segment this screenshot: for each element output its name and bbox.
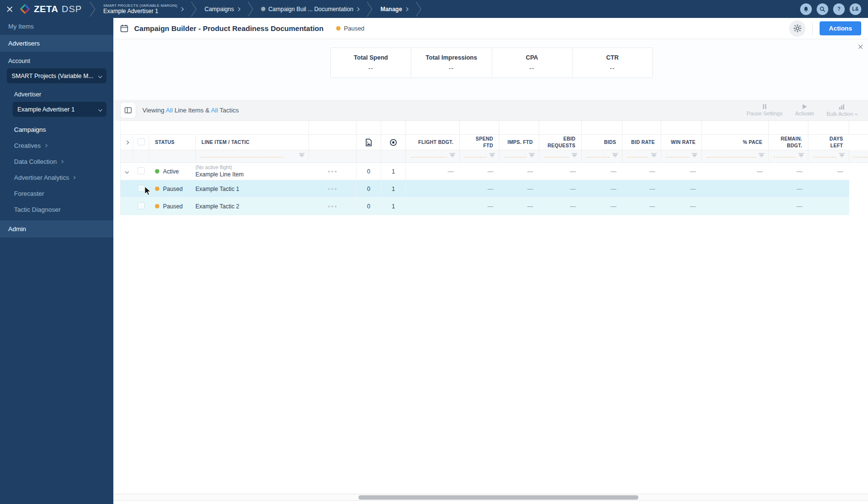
avatar[interactable]: L&	[850, 3, 861, 15]
creatives-column-header[interactable]	[356, 135, 381, 150]
filter-icon[interactable]	[651, 153, 657, 158]
bulk-action-button[interactable]: Bulk Action	[827, 104, 857, 117]
breadcrumb-campaign[interactable]: Campaign Buil ... Documentation	[254, 0, 366, 18]
breadcrumb-account[interactable]: SMART PROJECTS (VARIABLE MARGIN) Example…	[96, 0, 190, 18]
row-checkbox[interactable]	[138, 202, 145, 209]
filter-icon[interactable]	[299, 153, 305, 158]
pause-settings-button[interactable]: Pause Settings	[746, 104, 782, 116]
status-column-header[interactable]: STATUS	[149, 135, 196, 150]
notifications-button[interactable]	[800, 3, 812, 15]
viewing-summary: Viewing All Line Items & All Tactics	[142, 107, 239, 114]
search-button[interactable]	[817, 3, 828, 15]
paused-status-dot	[155, 187, 159, 191]
close-icon[interactable]	[0, 6, 19, 13]
filter-icon[interactable]	[798, 153, 804, 158]
sidebar-item-my-items[interactable]: My Items	[0, 18, 113, 35]
row-checkbox[interactable]	[138, 185, 145, 192]
actions-button[interactable]: Actions	[820, 21, 861, 35]
filter-input[interactable]	[544, 153, 569, 158]
filter-icon[interactable]	[759, 153, 764, 158]
collapse-row-button[interactable]	[121, 170, 133, 173]
line-item-name[interactable]: Example Line Item	[196, 171, 309, 179]
zeta-dsp-logo[interactable]: ZETA DSP	[19, 3, 82, 15]
filter-input[interactable]	[504, 153, 526, 158]
pause-settings-label: Pause Settings	[746, 110, 782, 116]
breadcrumb-manage[interactable]: Manage	[373, 0, 415, 18]
filter-input[interactable]	[813, 153, 836, 158]
filter-icon[interactable]	[612, 153, 618, 158]
table-row-tactic-2[interactable]: Paused Example Tactic 2 0 1 — — — — — — …	[121, 198, 868, 215]
sidebar-item-tactic-diagnoser[interactable]: Tactic Diagnoser	[0, 202, 113, 218]
select-all-checkbox[interactable]	[138, 138, 145, 145]
sidebar-item-advertiser-analytics[interactable]: Advertiser Analytics	[0, 170, 113, 186]
line-item-column-header[interactable]: LINE ITEM / TACTIC	[196, 135, 309, 150]
filter-input[interactable]	[854, 153, 868, 158]
activate-label: Activate	[795, 110, 814, 116]
row-menu-button[interactable]	[309, 171, 356, 173]
filter-icon[interactable]	[529, 153, 535, 158]
sidebar-item-campaigns[interactable]: Campaigns	[0, 122, 113, 138]
filter-input[interactable]	[465, 153, 486, 158]
filter-icon[interactable]	[489, 153, 495, 158]
row-checkbox[interactable]	[138, 167, 145, 174]
stat-label: Total Spend	[354, 54, 388, 61]
tactic-name[interactable]: Example Tactic 2	[196, 198, 309, 215]
metric-value: —	[769, 198, 808, 215]
all-line-items-link[interactable]: All	[166, 107, 172, 114]
breadcrumb-campaigns[interactable]: Campaigns	[198, 0, 247, 18]
sidebar-item-forecaster[interactable]: Forecaster	[0, 186, 113, 202]
row-menu-button[interactable]	[309, 188, 356, 190]
stat-value: --	[449, 64, 454, 72]
filter-input[interactable]	[774, 153, 795, 158]
settings-button[interactable]	[789, 20, 806, 37]
scrollbar-thumb[interactable]	[358, 495, 638, 500]
horizontal-scrollbar[interactable]	[113, 494, 868, 501]
pause-icon	[762, 104, 767, 109]
zeta-diamond-icon	[19, 3, 31, 15]
filter-input[interactable]	[666, 153, 689, 158]
metric-column-header: % PACE	[702, 135, 769, 150]
summary-close-icon[interactable]	[858, 44, 863, 49]
filter-input[interactable]	[627, 153, 648, 158]
stat-cpa: CPA --	[492, 48, 572, 78]
metric-value	[406, 198, 460, 215]
sidebar-item-data-collection[interactable]: Data Collection	[0, 154, 113, 170]
column-group-row	[121, 121, 868, 135]
metric-value: —	[539, 198, 582, 215]
advertiser-select[interactable]: Example Advertiser 1	[13, 102, 107, 117]
filter-icon[interactable]	[839, 153, 845, 158]
metric-value: —	[539, 163, 582, 180]
help-button[interactable]: ?	[833, 3, 845, 15]
advertiser-select-value: Example Advertiser 1	[17, 106, 75, 113]
account-select[interactable]: SMART Projects (Variable M...	[7, 68, 107, 83]
table-row-line-item[interactable]: Active (No active flight) Example Line I…	[121, 163, 868, 180]
metric-column-header: SPEND FTD	[460, 135, 499, 150]
chevron-right-icon	[72, 176, 76, 179]
tactic-name[interactable]: Example Tactic 1	[196, 180, 309, 198]
chevron-down-icon	[98, 107, 102, 111]
sidebar-item-admin[interactable]: Admin	[0, 220, 113, 237]
filter-icon[interactable]	[450, 153, 455, 158]
sidebar-item-advertisers[interactable]: Advertisers	[0, 35, 113, 52]
filter-input[interactable]	[707, 153, 756, 158]
chevron-right-icon	[236, 7, 240, 11]
line-item-filter-input[interactable]	[201, 153, 283, 158]
targets-column-header[interactable]	[381, 135, 406, 150]
expand-all-button[interactable]	[121, 141, 133, 144]
columns-button[interactable]	[120, 102, 136, 118]
filter-input[interactable]	[411, 153, 447, 158]
metric-value: —	[460, 198, 499, 215]
active-status-dot	[155, 169, 159, 173]
sidebar-item-label: Tactic Diagnoser	[14, 206, 61, 213]
table-row-tactic-1[interactable]: Paused Example Tactic 1 0 1 — — — — — — …	[121, 180, 868, 198]
filter-icon[interactable]	[692, 153, 698, 158]
metric-value: —	[539, 180, 582, 198]
filter-icon[interactable]	[572, 153, 577, 158]
row-menu-button[interactable]	[309, 205, 356, 207]
metric-column-header: BID RATE	[622, 135, 661, 150]
all-tactics-link[interactable]: All	[211, 107, 217, 114]
sidebar-item-creatives[interactable]: Creatives	[0, 138, 113, 154]
filter-input[interactable]	[587, 153, 609, 158]
activate-button[interactable]: Activate	[795, 104, 814, 116]
chevron-right-icon	[60, 160, 63, 163]
